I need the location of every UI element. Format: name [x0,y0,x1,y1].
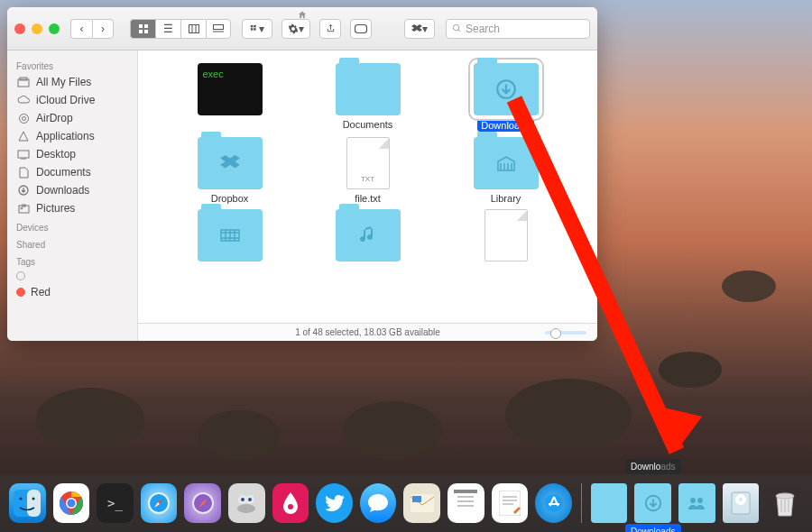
search-field[interactable]: Search [446,19,590,39]
folder-movies-icon [198,209,263,261]
dock-stack-downloads[interactable]: Downloads Downloads [634,483,671,523]
finder-window: ‹ › ☰ ▾ ▾ ▾ [7,7,597,341]
dock-stack-desktop[interactable] [591,483,628,523]
grid-item-library[interactable]: Library [441,137,570,204]
sidebar-item-desktop[interactable]: Desktop [7,145,137,163]
grid-item-documents[interactable]: Documents [303,63,432,132]
dock-terminal[interactable]: >_ [97,483,134,523]
sidebar-item-icloud[interactable]: iCloud Drive [7,91,137,109]
cloud-icon [16,94,31,106]
maximize-button[interactable] [49,23,60,34]
svg-rect-7 [214,24,224,29]
action-button[interactable]: ▾ [281,19,310,39]
back-button[interactable]: ‹ [70,19,92,39]
sidebar: Favorites All My Files iCloud Drive AirD… [7,50,138,341]
svg-point-19 [19,114,28,123]
content-area[interactable]: exec Documents Downloads Dropbox TX [138,50,597,341]
svg-point-54 [237,504,255,513]
view-icon-button[interactable] [130,19,155,39]
grid-item-movies[interactable] [165,209,294,265]
view-list-button[interactable]: ☰ [155,19,180,39]
svg-rect-61 [412,496,421,502]
dock: >_ Downloads Downloads [0,474,812,532]
svg-rect-12 [254,28,256,31]
grid-item-file[interactable]: TXT file.txt [303,137,432,204]
view-column-button[interactable] [180,19,206,39]
folder-icon [336,63,401,115]
dock-safari-preview[interactable] [184,483,221,523]
tag-red-icon [16,288,25,297]
svg-rect-66 [454,490,477,493]
svg-line-15 [458,30,460,32]
dock-twitter[interactable] [316,483,353,523]
svg-rect-3 [144,30,148,33]
dock-skitch[interactable] [272,483,309,523]
sidebar-item-all-my-files[interactable]: All My Files [7,73,137,91]
arrange-button[interactable]: ▾ [242,19,272,39]
dock-textedit[interactable] [492,483,529,523]
minimize-button[interactable] [32,23,42,34]
dock-safari[interactable] [141,483,178,523]
grid-item-exec[interactable]: exec [165,63,294,132]
grid-item-downloads[interactable]: Downloads [441,63,570,132]
dock-label-selected: Downloads [625,524,680,532]
svg-rect-62 [454,490,477,517]
search-placeholder: Search [466,23,500,35]
tags-button[interactable] [350,19,372,39]
status-text: 1 of 48 selected, 18.03 GB available [295,327,440,337]
svg-point-58 [248,498,252,501]
zoom-slider[interactable] [545,331,586,335]
titlebar[interactable]: ‹ › ☰ ▾ ▾ ▾ [7,7,597,50]
svg-rect-1 [144,24,148,28]
sidebar-item-applications[interactable]: Applications [7,127,137,145]
grid-item-label: Downloads [477,119,533,132]
svg-point-46 [67,500,75,508]
dock-stack-shared[interactable] [678,483,715,523]
svg-point-14 [453,24,458,30]
svg-rect-9 [251,24,254,27]
dock-mail[interactable] [403,483,440,523]
dock-automator[interactable] [228,483,265,523]
grid-item-music[interactable] [303,209,432,265]
dock-appstore[interactable] [535,483,572,523]
folder-music-icon [336,209,401,261]
sidebar-item-downloads[interactable]: Downloads [7,181,137,199]
sidebar-section-tags: Tags [7,252,137,269]
grid-item-dropbox[interactable]: Dropbox [165,137,294,204]
svg-point-78 [776,493,794,499]
sidebar-tag-none[interactable] [7,269,137,283]
dock-finder[interactable] [9,483,46,523]
dropbox-button[interactable]: ▾ [404,19,435,39]
svg-point-43 [32,498,35,500]
documents-icon [16,166,31,179]
sidebar-item-airdrop[interactable]: AirDrop [7,109,137,127]
dock-trash[interactable] [766,483,803,523]
forward-button[interactable]: › [92,19,114,39]
dock-chrome[interactable] [53,483,90,523]
share-button[interactable] [319,19,341,39]
sidebar-section-devices: Devices [7,217,137,234]
close-button[interactable] [14,23,25,34]
dock-disk[interactable] [723,483,760,523]
file-icon [484,209,528,261]
dock-notes[interactable] [448,483,484,523]
downloads-icon [16,184,31,197]
window-title [298,10,308,20]
svg-rect-0 [139,24,143,28]
exec-icon: exec [198,63,263,115]
sidebar-item-pictures[interactable]: Pictures [7,199,137,217]
apps-icon [16,130,31,142]
airdrop-icon [16,112,31,124]
svg-rect-2 [139,30,143,33]
dock-messages[interactable] [360,483,397,523]
all-files-icon [16,76,31,88]
svg-point-18 [22,116,25,120]
txt-file-icon: TXT [346,137,390,189]
sidebar-item-documents[interactable]: Documents [7,163,137,181]
svg-rect-4 [189,24,198,32]
svg-point-59 [288,504,293,509]
sidebar-tag-red[interactable]: Red [7,283,137,301]
view-coverflow-button[interactable] [206,19,231,39]
grid-item-file2[interactable] [441,209,570,265]
desktop-icon [16,148,31,161]
